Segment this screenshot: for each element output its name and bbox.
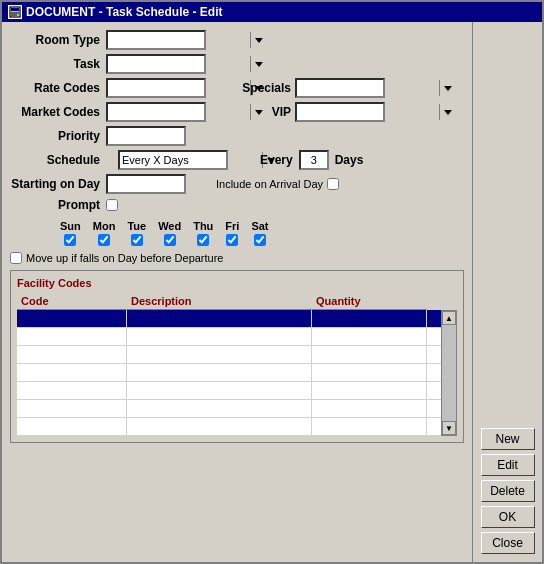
table-cell-code	[17, 400, 127, 417]
day-checkbox-sun[interactable]	[64, 234, 76, 246]
table-cell-code	[17, 310, 127, 327]
schedule-label: Schedule	[10, 153, 100, 167]
table-row[interactable]	[17, 400, 441, 418]
move-up-row: Move up if falls on Day before Departure	[10, 252, 464, 264]
market-codes-input[interactable]	[106, 102, 206, 122]
rate-codes-row: Rate Codes Specials	[10, 78, 464, 98]
every-label: Every	[260, 153, 293, 167]
svg-rect-1	[11, 8, 19, 11]
vip-label: VIP	[236, 105, 291, 119]
ok-button[interactable]: OK	[481, 506, 535, 528]
task-dropdown-btn[interactable]	[250, 56, 266, 72]
vip-dropdown-btn[interactable]	[439, 104, 455, 120]
day-col-fri: Fri	[225, 220, 239, 246]
scroll-down-btn[interactable]: ▼	[442, 421, 456, 435]
delete-button[interactable]: Delete	[481, 480, 535, 502]
window-icon	[8, 5, 22, 19]
table-cell-description	[127, 346, 312, 363]
room-type-label: Room Type	[10, 33, 100, 47]
room-type-dropdown-btn[interactable]	[250, 32, 266, 48]
task-input[interactable]	[106, 54, 206, 74]
day-checkbox-mon[interactable]	[98, 234, 110, 246]
title-bar: DOCUMENT - Task Schedule - Edit	[2, 2, 542, 22]
table-row[interactable]	[17, 346, 441, 364]
table-row[interactable]	[17, 418, 441, 436]
window-title: DOCUMENT - Task Schedule - Edit	[26, 5, 222, 19]
header-quantity: Quantity	[312, 293, 427, 310]
starting-on-day-field[interactable]	[106, 174, 186, 194]
day-checkbox-tue[interactable]	[131, 234, 143, 246]
table-header: Code Description Quantity	[17, 293, 457, 310]
day-col-mon: Mon	[93, 220, 116, 246]
new-button[interactable]: New	[481, 428, 535, 450]
edit-button[interactable]: Edit	[481, 454, 535, 476]
table-cell-description	[127, 418, 312, 435]
specials-input[interactable]	[295, 78, 385, 98]
day-label-tue: Tue	[127, 220, 146, 232]
market-codes-label: Market Codes	[10, 105, 100, 119]
rate-codes-input[interactable]	[106, 78, 206, 98]
vip-field[interactable]	[297, 104, 439, 120]
table-row[interactable]	[17, 328, 441, 346]
day-col-wed: Wed	[158, 220, 181, 246]
scroll-up-btn[interactable]: ▲	[442, 311, 456, 325]
day-checkbox-thu[interactable]	[197, 234, 209, 246]
task-field[interactable]	[108, 56, 250, 72]
specials-label: Specials	[236, 81, 291, 95]
close-button[interactable]: Close	[481, 532, 535, 554]
rate-codes-field[interactable]	[108, 80, 250, 96]
scroll-track[interactable]	[442, 325, 456, 421]
market-codes-field[interactable]	[108, 104, 250, 120]
schedule-select[interactable]: Every X Days	[118, 150, 228, 170]
schedule-field[interactable]: Every X Days	[120, 152, 262, 168]
header-code: Code	[17, 293, 127, 310]
day-checkbox-sat[interactable]	[254, 234, 266, 246]
room-type-field[interactable]	[108, 32, 250, 48]
table-row[interactable]	[17, 382, 441, 400]
table-cell-code	[17, 418, 127, 435]
day-label-sun: Sun	[60, 220, 81, 232]
table-cell-quantity	[312, 310, 427, 327]
move-up-label: Move up if falls on Day before Departure	[26, 252, 224, 264]
day-checkbox-fri[interactable]	[226, 234, 238, 246]
starting-day-row: Starting on Day Include on Arrival Day	[10, 174, 464, 194]
table-cell-description	[127, 400, 312, 417]
main-panel: Room Type Task Rate Codes	[2, 22, 472, 562]
day-col-thu: Thu	[193, 220, 213, 246]
room-type-input[interactable]	[106, 30, 206, 50]
table-cell-code	[17, 364, 127, 381]
day-label-fri: Fri	[225, 220, 239, 232]
day-label-wed: Wed	[158, 220, 181, 232]
prompt-checkbox[interactable]	[106, 199, 118, 211]
table-row[interactable]	[17, 310, 441, 328]
table-cell-quantity	[312, 418, 427, 435]
prompt-row: Prompt	[10, 198, 464, 212]
day-col-sat: Sat	[251, 220, 268, 246]
table-cell-quantity	[312, 364, 427, 381]
vip-input[interactable]	[295, 102, 385, 122]
priority-field[interactable]	[106, 126, 186, 146]
main-window: DOCUMENT - Task Schedule - Edit Room Typ…	[0, 0, 544, 564]
task-row: Task	[10, 54, 464, 74]
day-label-thu: Thu	[193, 220, 213, 232]
facility-codes-section: Facility Codes Code Description Quantity	[10, 270, 464, 443]
specials-field[interactable]	[297, 80, 439, 96]
specials-dropdown-btn[interactable]	[439, 80, 455, 96]
move-up-checkbox[interactable]	[10, 252, 22, 264]
table-cell-quantity	[312, 328, 427, 345]
table-cell-quantity	[312, 346, 427, 363]
day-col-sun: Sun	[60, 220, 81, 246]
every-value-field[interactable]	[299, 150, 329, 170]
include-arrival-checkbox[interactable]	[327, 178, 339, 190]
table-cell-code	[17, 328, 127, 345]
table-cell-code	[17, 382, 127, 399]
table-cell-description	[127, 364, 312, 381]
day-checkbox-wed[interactable]	[164, 234, 176, 246]
header-description: Description	[127, 293, 312, 310]
table-scrollbar[interactable]: ▲ ▼	[441, 310, 457, 436]
table-row[interactable]	[17, 364, 441, 382]
priority-label: Priority	[10, 129, 100, 143]
table-body	[17, 310, 441, 436]
table-cell-description	[127, 328, 312, 345]
day-col-tue: Tue	[127, 220, 146, 246]
